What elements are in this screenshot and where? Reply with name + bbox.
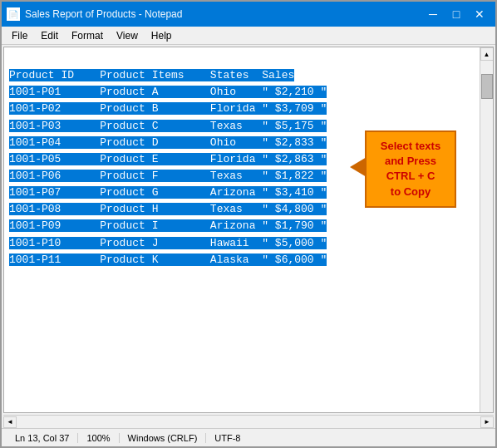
content-wrapper: Product ID Product Items States Sales 10… [4, 47, 480, 412]
scrollbar-thumb[interactable] [481, 74, 493, 99]
menu-file[interactable]: File [5, 28, 34, 42]
scroll-right-arrow[interactable]: ► [480, 416, 494, 428]
scrollbar-bottom-track[interactable] [17, 416, 480, 428]
editor-area[interactable]: Product ID Product Items States Sales 10… [3, 47, 494, 413]
close-button[interactable]: ✕ [469, 6, 490, 22]
cursor-position: Ln 13, Col 37 [7, 433, 78, 443]
menu-bar: File Edit Format View Help [2, 27, 495, 45]
tooltip-box: Select texts and Press CTRL + C to Copy [365, 130, 456, 208]
window-title: Sales Report of Products - Notepad [25, 8, 182, 20]
menu-view[interactable]: View [110, 28, 145, 42]
title-buttons: ─ □ ✕ [422, 6, 490, 22]
tooltip-line4: to Copy [391, 185, 431, 198]
selected-header: Product ID Product Items States Sales 10… [9, 69, 327, 266]
scrollbar-bottom[interactable]: ◄ ► [3, 415, 494, 428]
tooltip-line2: and Press [385, 155, 436, 167]
tooltip-line3: CTRL + C [386, 170, 435, 182]
scroll-left-arrow[interactable]: ◄ [3, 416, 17, 428]
scroll-up-arrow[interactable]: ▲ [480, 47, 494, 61]
app-icon: 📄 [7, 7, 20, 21]
menu-edit[interactable]: Edit [34, 28, 65, 42]
line-ending: Windows (CRLF) [120, 433, 207, 443]
title-bar-left: 📄 Sales Report of Products - Notepad [7, 7, 182, 21]
menu-help[interactable]: Help [145, 28, 179, 42]
tooltip-line1: Select texts [381, 140, 440, 152]
menu-format[interactable]: Format [65, 28, 110, 42]
encoding: UTF-8 [206, 433, 248, 443]
minimize-button[interactable]: ─ [422, 6, 444, 22]
status-bar: Ln 13, Col 37 100% Windows (CRLF) UTF-8 [2, 428, 495, 446]
maximize-button[interactable]: □ [445, 6, 467, 22]
notepad-window: 📄 Sales Report of Products - Notepad ─ □… [0, 0, 497, 448]
title-bar: 📄 Sales Report of Products - Notepad ─ □… [2, 2, 495, 27]
tooltip-arrow [350, 157, 367, 177]
zoom-level: 100% [78, 433, 119, 443]
scrollbar-right[interactable]: ▲ [480, 47, 493, 412]
